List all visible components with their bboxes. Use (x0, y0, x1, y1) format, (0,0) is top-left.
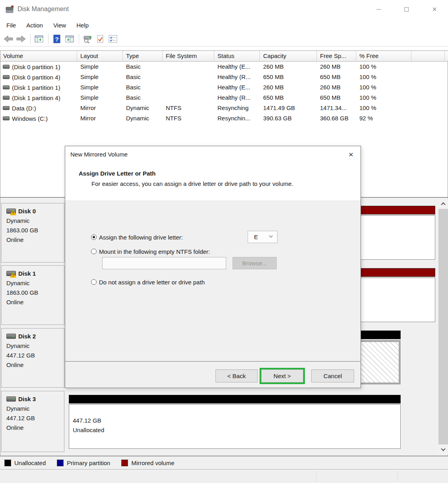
back-icon[interactable] (2, 33, 14, 45)
unallocated-region[interactable]: 447.12 GB Unallocated (69, 404, 401, 449)
disk1-info-panel[interactable]: ! Disk 1 Dynamic 1863.00 GB Online (1, 265, 64, 325)
disk-icon (6, 334, 16, 339)
cell-type: Basic (123, 93, 163, 103)
new-mirrored-volume-dialog: New Mirrored Volume × Assign Drive Lette… (65, 146, 361, 388)
disk-warning-icon: ! (6, 271, 16, 276)
radio-assign-drive-letter[interactable] (91, 234, 97, 240)
show-console-tree-icon[interactable] (33, 33, 45, 45)
cell-fs (163, 62, 214, 72)
status-bar (0, 469, 448, 483)
cell-pct: 100 % (356, 62, 411, 72)
menu-help[interactable]: Help (71, 20, 94, 30)
next-button[interactable]: Next > (261, 369, 303, 383)
cell-type: Dynamic (123, 103, 163, 113)
radio-mount-ntfs-folder[interactable] (91, 249, 97, 254)
help-icon[interactable]: ? (51, 33, 63, 45)
disk0-info-panel[interactable]: ! Disk 0 Dynamic 1863.00 GB Online (1, 203, 64, 263)
disk3-volume-graph[interactable]: 447.12 GB Unallocated (69, 393, 401, 452)
table-row[interactable]: (Disk 0 partition 4) Simple Basic Health… (0, 72, 448, 82)
warning-triangle-icon: ! (10, 272, 16, 278)
cell-fs: NTFS (163, 103, 214, 113)
unallocated-size: 447.12 GB (73, 416, 400, 425)
maximize-button[interactable] (397, 2, 415, 16)
checklist-icon[interactable] (107, 33, 119, 45)
col-status[interactable]: Status (214, 51, 260, 62)
title-bar: Disk Management × (0, 0, 448, 19)
table-row[interactable]: (Disk 1 partition 4) Simple Basic Health… (0, 93, 448, 103)
table-row[interactable]: (Disk 1 partition 1) Simple Basic Health… (0, 82, 448, 93)
table-row[interactable]: (Disk 0 partition 1) Simple Basic Health… (0, 62, 448, 72)
menu-view[interactable]: View (48, 20, 71, 30)
col-capacity[interactable]: Capacity (260, 51, 317, 62)
rescan-disks-icon[interactable] (81, 33, 93, 45)
cell-pct: 100 % (356, 93, 411, 103)
cell-pct: 92 % (356, 113, 411, 124)
menu-file[interactable]: File (1, 20, 21, 30)
table-row[interactable]: Windows (C:) Mirror Dynamic NTFS Resynch… (0, 113, 448, 124)
cancel-button[interactable]: Cancel (311, 369, 354, 383)
cell-fs: NTFS (163, 113, 214, 124)
legend-label: Primary partition (67, 460, 110, 466)
cell-fs (163, 82, 214, 93)
col-type[interactable]: Type (123, 51, 163, 62)
check-document-icon[interactable] (94, 33, 106, 45)
scroll-up-button[interactable] (438, 199, 448, 209)
volume-icon (3, 106, 10, 110)
primary-partition-swatch (57, 460, 64, 466)
dialog-close-icon[interactable]: × (345, 149, 357, 160)
legend-label: Mirrored volume (131, 460, 174, 466)
status-divider (316, 471, 316, 481)
cell-free: 1471.34... (317, 103, 356, 113)
forward-icon[interactable] (15, 33, 27, 45)
table-row[interactable]: Data (D:) Mirror Dynamic NTFS Resynching… (0, 103, 448, 113)
menu-action[interactable]: Action (21, 20, 48, 30)
browse-button[interactable]: Browse... (233, 257, 277, 269)
close-button[interactable]: × (425, 2, 444, 16)
disk2-info-panel[interactable]: Disk 2 Dynamic 447.12 GB Online (1, 328, 64, 388)
cell-layout: Simple (77, 93, 123, 103)
radio-assign-drive-letter-label[interactable]: Assign the following drive letter: (99, 234, 183, 241)
cell-volume: (Disk 0 partition 4) (12, 72, 60, 82)
toolbar-separator (30, 34, 31, 44)
dialog-title: New Mirrored Volume (70, 151, 128, 158)
disk-management-icon (5, 5, 14, 15)
disk3-info-panel[interactable]: Disk 3 Dynamic 447.12 GB Online (1, 391, 64, 452)
col-empty (411, 51, 445, 62)
scroll-down-button[interactable] (438, 444, 448, 455)
minimize-button[interactable] (370, 2, 388, 16)
radio-no-drive-letter[interactable] (91, 279, 97, 285)
col-free-space[interactable]: Free Sp... (317, 51, 356, 62)
radio-no-drive-letter-label[interactable]: Do not assign a drive letter or drive pa… (99, 279, 205, 286)
cell-capacity: 650 MB (260, 93, 317, 103)
volume-icon (3, 116, 10, 120)
cell-layout: Simple (77, 72, 123, 82)
legend-label: Unallocated (14, 460, 46, 466)
cell-status: Healthy (R... (214, 93, 260, 103)
drive-letter-dropdown[interactable]: E (248, 231, 277, 243)
col-layout[interactable]: Layout (77, 51, 123, 62)
toolbar: ? (0, 32, 448, 46)
volume-list-header: Volume Layout Type File System Status Ca… (0, 51, 448, 62)
dialog-banner: New Mirrored Volume × Assign Drive Lette… (65, 146, 361, 201)
col-volume[interactable]: Volume (0, 51, 77, 62)
cell-status: Resynching (214, 103, 260, 113)
cell-capacity: 650 MB (260, 72, 317, 82)
mount-path-input[interactable] (102, 257, 226, 269)
disk-type: Dynamic (2, 278, 64, 288)
dialog-heading: Assign Drive Letter or Path (79, 170, 155, 177)
drive-letter-value: E (248, 234, 270, 240)
cell-capacity: 1471.49 GB (260, 103, 317, 113)
cell-status: Healthy (R... (214, 72, 260, 82)
disk-name: Disk 0 (18, 208, 36, 214)
radio-mount-ntfs-folder-label[interactable]: Mount in the following empty NTFS folder… (99, 248, 210, 255)
cell-volume: Windows (C:) (12, 114, 48, 124)
back-button[interactable]: < Back (215, 369, 258, 383)
col-file-system[interactable]: File System (163, 51, 214, 62)
vertical-scrollbar[interactable] (438, 199, 448, 455)
cell-free: 360.68 GB (317, 113, 356, 124)
show-action-pane-icon[interactable] (64, 33, 76, 45)
cell-type: Basic (123, 62, 163, 72)
col-pct-free[interactable]: % Free (356, 51, 411, 62)
disk-size: 447.12 GB (2, 351, 64, 360)
window-title: Disk Management (17, 6, 69, 13)
